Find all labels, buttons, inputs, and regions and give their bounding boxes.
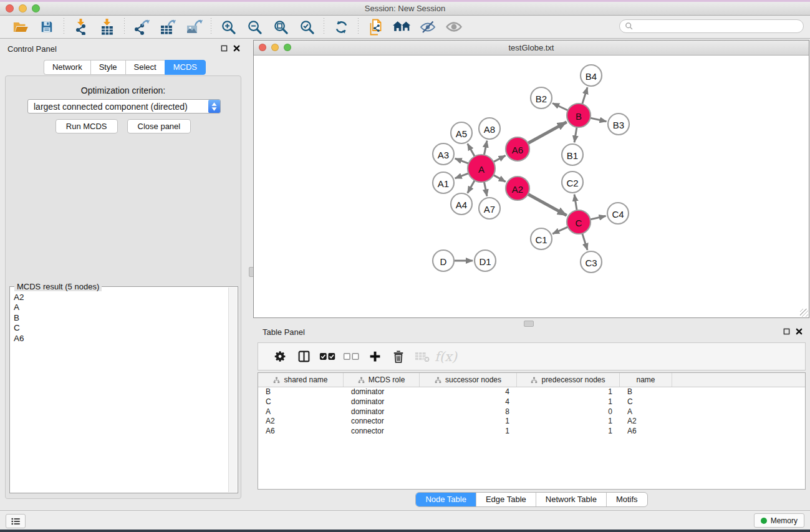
table-cell[interactable]: A6: [620, 427, 672, 437]
export-network-button[interactable]: [128, 17, 155, 37]
graph-node-A4[interactable]: A4: [451, 193, 472, 215]
table-cell[interactable]: connector: [344, 417, 420, 427]
table-row[interactable]: A6connector11A6: [258, 427, 805, 437]
graph-edge-C-C3[interactable]: [582, 233, 587, 250]
export-table-button[interactable]: [155, 17, 181, 37]
graph-node-C1[interactable]: C1: [531, 228, 552, 249]
graph-node-B2[interactable]: B2: [531, 87, 552, 109]
table-cell[interactable]: 1: [420, 417, 517, 427]
table-cell[interactable]: 1: [517, 397, 620, 407]
fx-button[interactable]: f(x): [434, 346, 458, 367]
table-cell[interactable]: C: [258, 397, 344, 407]
graph-node-B1[interactable]: B1: [562, 144, 583, 165]
export-image-button[interactable]: [181, 17, 207, 37]
table-cell[interactable]: 4: [420, 387, 517, 397]
table-row[interactable]: Adominator80A: [258, 407, 805, 417]
graph-edge-B-B3[interactable]: [591, 118, 607, 122]
graph-edge-A-A1[interactable]: [455, 173, 469, 178]
graph-node-A8[interactable]: A8: [479, 118, 500, 139]
table-cell[interactable]: A: [620, 407, 672, 417]
table-row[interactable]: Cdominator41C: [258, 397, 805, 407]
column-header-name[interactable]: name: [620, 373, 672, 387]
trash-button[interactable]: [387, 346, 410, 367]
table-cell[interactable]: A6: [258, 427, 344, 437]
graph-edge-B-B4[interactable]: [582, 87, 587, 104]
table-cell[interactable]: connector: [344, 427, 420, 437]
graph-edge-B-B1[interactable]: [574, 127, 577, 142]
search-box[interactable]: [619, 19, 804, 33]
hide-selected-button[interactable]: [415, 17, 441, 37]
homes-button[interactable]: [388, 17, 415, 37]
graph-node-C3[interactable]: C3: [581, 251, 602, 273]
network-graph[interactable]: AA1A2A3A4A5A6A7A8BB1B2B3B4CC1C2C3C4DD1: [254, 56, 809, 318]
column-header-mcds-role[interactable]: MCDS role: [344, 373, 420, 387]
check-boxes-button[interactable]: [316, 346, 339, 367]
graph-edge-A-A2[interactable]: [493, 175, 505, 182]
close-panel-icon[interactable]: [796, 328, 803, 335]
mcds-result-item[interactable]: A: [14, 302, 228, 312]
criterion-dropdown[interactable]: largest connected component (directed): [27, 99, 221, 114]
main-titlebar[interactable]: Session: New Session: [0, 2, 810, 16]
tab-node-table[interactable]: Node Table: [416, 493, 476, 506]
tab-mcds[interactable]: MCDS: [165, 60, 206, 75]
graph-node-B3[interactable]: B3: [608, 114, 629, 135]
tab-motifs[interactable]: Motifs: [607, 493, 647, 506]
save-session-button[interactable]: [34, 17, 60, 37]
graph-node-A6[interactable]: A6: [506, 137, 529, 161]
float-panel-icon[interactable]: [221, 45, 228, 52]
table-row[interactable]: Bdominator41B: [258, 387, 805, 397]
table-cell[interactable]: A2: [258, 417, 344, 427]
network-canvas[interactable]: AA1A2A3A4A5A6A7A8BB1B2B3B4CC1C2C3C4DD1: [254, 56, 809, 317]
graph-edge-B-B2[interactable]: [552, 104, 568, 111]
network-window-titlebar[interactable]: testGlobe.txt: [254, 41, 809, 56]
graph-node-A[interactable]: A: [468, 155, 495, 182]
graph-edge-A2-C[interactable]: [528, 194, 567, 215]
graph-node-C4[interactable]: C4: [607, 203, 629, 224]
table-cell[interactable]: 1: [517, 387, 620, 397]
zoom-in-button[interactable]: [215, 17, 241, 37]
graph-edge-A-A8[interactable]: [484, 141, 487, 155]
resize-grip-icon[interactable]: [800, 309, 808, 317]
graph-node-A7[interactable]: A7: [479, 198, 500, 219]
plus-button[interactable]: [363, 346, 387, 367]
refresh-layout-button[interactable]: [328, 17, 354, 37]
graph-edge-A6-B[interactable]: [528, 122, 567, 143]
mcds-result-item[interactable]: A6: [14, 334, 228, 344]
table-cell[interactable]: dominator: [344, 407, 420, 417]
memory-button[interactable]: Memory: [754, 513, 804, 528]
graph-node-A2[interactable]: A2: [506, 177, 529, 200]
search-input[interactable]: [637, 21, 803, 31]
table-cell[interactable]: 1: [420, 427, 517, 437]
float-panel-icon[interactable]: [783, 328, 790, 335]
table-cell[interactable]: B: [620, 387, 672, 397]
zoom-selected-button[interactable]: [294, 17, 320, 37]
mcds-result-item[interactable]: A2: [14, 293, 228, 302]
table-cell[interactable]: 1: [517, 427, 620, 437]
table-cell[interactable]: A2: [620, 417, 672, 427]
mcds-result-item[interactable]: B: [14, 313, 228, 323]
table-cell[interactable]: A: [258, 407, 344, 417]
horizontal-split-handle[interactable]: [524, 321, 534, 327]
graph-edge-C-C4[interactable]: [591, 216, 606, 220]
graph-edge-A-A7[interactable]: [484, 182, 487, 196]
tab-network[interactable]: Network: [44, 60, 90, 75]
column-header-successor-nodes[interactable]: successor nodes: [420, 373, 517, 387]
show-all-button[interactable]: [441, 17, 467, 37]
graph-node-A3[interactable]: A3: [433, 143, 454, 165]
open-folder-button[interactable]: [7, 17, 34, 37]
graph-edge-A-A3[interactable]: [455, 158, 469, 163]
table-cell[interactable]: dominator: [344, 397, 420, 407]
graph-edge-C-C1[interactable]: [552, 227, 568, 234]
table-row[interactable]: A2connector11A2: [258, 417, 805, 427]
graph-node-D1[interactable]: D1: [475, 250, 496, 271]
graph-edge-A-A4[interactable]: [468, 180, 475, 193]
tab-network-table[interactable]: Network Table: [536, 493, 607, 506]
zoom-fit-button[interactable]: [268, 17, 294, 37]
zoom-out-button[interactable]: [241, 17, 268, 37]
close-panel-button[interactable]: Close panel: [127, 119, 191, 133]
graph-node-A5[interactable]: A5: [451, 122, 472, 143]
task-history-button[interactable]: [6, 514, 26, 528]
columns-button[interactable]: [292, 346, 316, 367]
table-cell[interactable]: dominator: [344, 387, 420, 397]
import-network-button[interactable]: [68, 17, 94, 37]
